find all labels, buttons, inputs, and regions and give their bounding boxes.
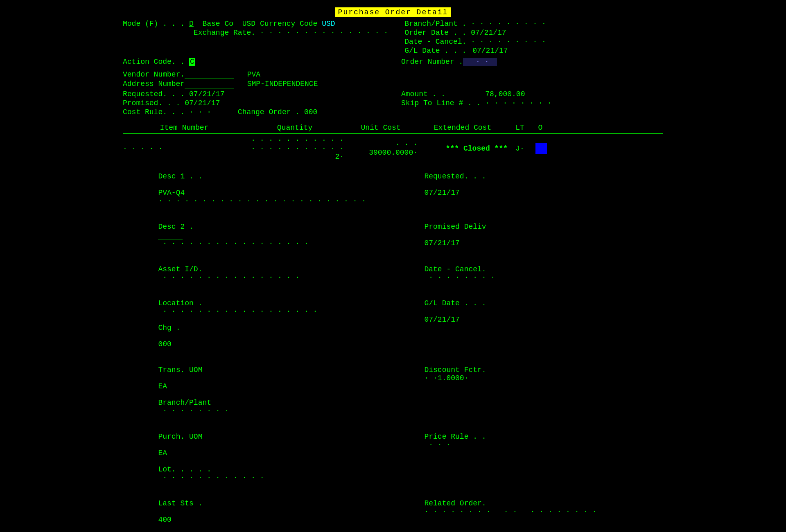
gl-date-label: G/L Date . . .	[404, 47, 466, 55]
location-row: Location . · · · · · · · · · · · · · · ·…	[123, 291, 663, 356]
address-name-spacer	[234, 80, 247, 88]
requested-row: Requested. . . 07/21/17	[123, 90, 385, 98]
purch-uom-label: Purch. UOM	[158, 433, 202, 441]
requested-value: 07/21/17	[189, 90, 224, 98]
vendor-number-field[interactable]	[185, 70, 234, 79]
order-date-value	[466, 29, 471, 37]
address-number-row: Address Number SMP-INDEPENDENCE	[123, 80, 663, 88]
col-lt-header: LT	[508, 124, 532, 132]
dates-left: Requested. . . 07/21/17 Promised. . . 07…	[123, 90, 385, 117]
gl-date-spacer	[466, 47, 471, 55]
exchange-rate-dots: · · · · · · · · · · · · · · ·	[260, 29, 388, 37]
amount-value: 78,000.00	[485, 90, 525, 98]
trans-uom-value: EA	[158, 382, 167, 390]
branch-plant-dots: · · · · · · · · ·	[466, 20, 546, 28]
trans-uom-right: Discount Fctr. · ·1.0000·	[389, 358, 663, 423]
vendor-number-row: Vendor Number. PVA	[123, 70, 663, 79]
desc2-left: Desc 2 . · · · · · · · · · · · · · · · ·…	[123, 214, 389, 256]
purch-uom-left: Purch. UOM EA Lot. . . . . · · · · · · ·…	[123, 424, 389, 490]
col-item-header: Item Number	[123, 124, 246, 132]
last-sts-right: Related Order. · · · · · · · · · · · · ·…	[389, 491, 663, 532]
change-order-val: 000	[304, 108, 317, 116]
subledger-label-spacer	[158, 524, 167, 532]
cost-rule-label: Cost Rule. . .	[123, 108, 185, 116]
address-number-label: Address Number	[123, 80, 185, 88]
detail-date-cancel-label: Date - Cancel.	[424, 265, 486, 273]
asset-id-dots: · · · · · · · · · · · · · · · ·	[158, 273, 300, 282]
asset-id-left: Asset I/D. · · · · · · · · · · · · · · ·…	[123, 257, 389, 290]
desc2-right: Promised Deliv 07/21/17	[389, 214, 663, 256]
currency-label-text: USD Currency Code	[242, 20, 322, 28]
price-rule-dots: · · ·	[424, 441, 451, 449]
location-right: G/L Date . . . 07/21/17	[389, 291, 663, 356]
order-number-section: Order Number . · ·	[385, 58, 663, 67]
desc1-left: Desc 1 . . PVA-Q4 · · · · · · · · · · · …	[123, 164, 389, 213]
order-date-val: 07/21/17	[471, 29, 506, 37]
branch-plant-row: Branch/Plant . · · · · · · · · ·	[404, 20, 663, 28]
order-date-label: Order Date . .	[404, 29, 466, 37]
desc2-field[interactable]	[158, 231, 183, 239]
vendor-name-val: PVA	[247, 70, 260, 79]
skip-to-line-dots: · · · · · · · ·	[481, 99, 551, 107]
chg-label	[158, 316, 163, 324]
currency-label	[233, 20, 242, 28]
trans-uom-left: Trans. UOM EA Branch/Plant · · · · · · ·…	[123, 358, 389, 423]
action-code-value[interactable]: C	[189, 58, 195, 66]
order-number-row: Order Number . · ·	[401, 58, 663, 66]
dates-amounts-section: Requested. . . 07/21/17 Promised. . . 07…	[123, 90, 663, 117]
promised-spacer	[180, 99, 185, 107]
purch-uom-row: Purch. UOM EA Lot. . . . . · · · · · · ·…	[123, 424, 663, 490]
last-sts-left: Last Sts . 400 Subledger . .	[123, 491, 389, 532]
header-right: Branch/Plant . · · · · · · · · · Order D…	[388, 20, 663, 56]
action-code-label: Action Code. .	[123, 58, 189, 66]
chg-label-text: Chg .	[158, 324, 180, 332]
mode-row: Mode (F) . . . D Base Co USD Currency Co…	[123, 20, 388, 28]
asset-id-label: Asset I/D.	[158, 265, 202, 273]
branch-plant-detail-text: Branch/Plant	[158, 399, 211, 407]
location-dots: · · · · · · · · · · · · · · · · · ·	[158, 307, 317, 316]
exchange-rate-row: Exchange Rate. · · · · · · · · · · · · ·…	[123, 29, 388, 37]
o-blue-box[interactable]	[535, 143, 547, 154]
col-ext-header: Extended Cost	[418, 124, 508, 132]
header-left: Mode (F) . . . D Base Co USD Currency Co…	[123, 20, 388, 56]
row1-unit-cost: · · · 39000.0000·	[344, 140, 418, 157]
detail-section: Desc 1 . . PVA-Q4 · · · · · · · · · · · …	[123, 164, 663, 532]
desc1-label: Desc 1 . .	[158, 172, 202, 180]
date-cancel-dots: · · · · · · · · ·	[466, 38, 546, 46]
address-number-field[interactable]	[185, 80, 234, 88]
mode-value: D	[189, 20, 194, 28]
amount-label: Amount . .	[401, 90, 445, 98]
trans-uom-label: Trans. UOM	[158, 366, 202, 374]
trans-uom-row: Trans. UOM EA Branch/Plant · · · · · · ·…	[123, 358, 663, 423]
change-order-label-text: Change Order .	[238, 108, 300, 116]
change-order-value	[300, 108, 304, 116]
detail-requested-value: 07/21/17	[424, 189, 459, 197]
detail-gl-date-spacer	[424, 307, 429, 316]
row1-o	[532, 143, 549, 154]
lot-label: Lot. . . . .	[158, 465, 211, 473]
desc1-right: Requested. . . 07/21/17	[389, 164, 663, 213]
title-bar: Purchase Order Detail	[123, 8, 663, 16]
gl-date-row: G/L Date . . . 07/21/17	[404, 47, 663, 55]
asset-id-right: Date - Cancel. · · · · · · · ·	[389, 257, 663, 290]
discount-fctr-value: · ·1.0000·	[424, 374, 468, 382]
purch-uom-value: EA	[158, 449, 167, 457]
base-co-label	[194, 20, 203, 28]
col-qty-header: Quantity	[246, 124, 344, 132]
detail-requested-label: Requested. . .	[424, 172, 486, 180]
desc1-value: PVA-Q4	[158, 189, 185, 197]
currency-value: USD	[322, 20, 335, 28]
lot-dots: · · · · · · · · · · · ·	[158, 473, 264, 482]
table-header: Item Number Quantity Unit Cost Extended …	[123, 124, 663, 132]
trans-uom-spacer	[158, 374, 163, 382]
last-sts-label: Last Sts .	[158, 499, 202, 507]
order-number-value[interactable]: · ·	[463, 58, 497, 66]
action-code-row: Action Code. . C	[123, 58, 385, 66]
screen-title: Purchase Order Detail	[335, 7, 452, 17]
related-order-dots: · · · · · · · · · · · · · · · · · ·	[424, 507, 596, 516]
discount-fctr-label: Discount Fctr.	[424, 366, 486, 374]
asset-id-row: Asset I/D. · · · · · · · · · · · · · · ·…	[123, 257, 663, 290]
amount-row: Amount . . 78,000.00	[401, 90, 663, 98]
chg-spacer	[158, 332, 163, 340]
branch-plant-detail-dots: · · · · · · · ·	[158, 407, 229, 415]
